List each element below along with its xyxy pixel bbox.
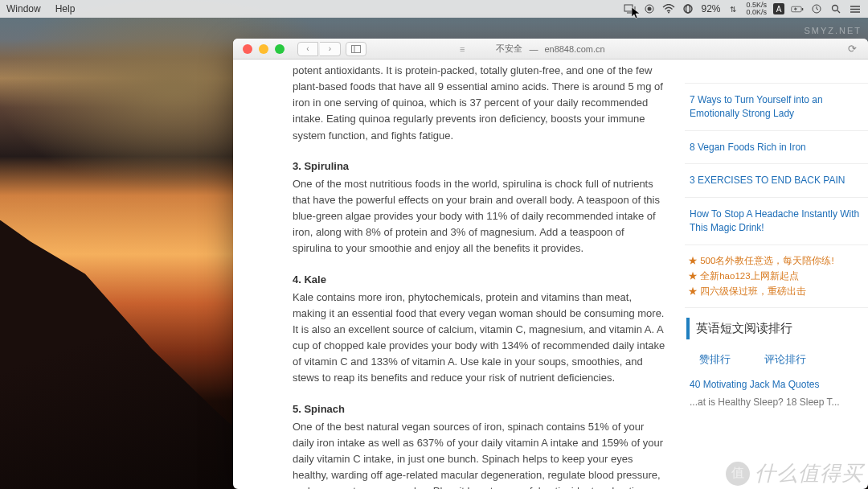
clock-icon[interactable] xyxy=(810,2,823,15)
sidebar-toggle-button[interactable] xyxy=(346,42,366,56)
menu-window[interactable]: Window xyxy=(6,3,41,14)
svg-rect-10 xyxy=(352,45,361,52)
close-button[interactable] xyxy=(243,44,252,54)
security-label: 不安全 xyxy=(496,43,522,55)
notification-center-icon[interactable] xyxy=(849,2,862,15)
svg-point-3 xyxy=(668,12,669,14)
minimize-button[interactable] xyxy=(259,44,268,54)
desktop-background: Window Help 92% ⇅ 0.5K/s0.0K/s A xyxy=(0,0,868,489)
tab-comments[interactable]: 评论排行 xyxy=(764,352,806,367)
url-host: en8848.com.cn xyxy=(544,44,604,54)
article-paragraph: potent antioxidants. It is protein-packe… xyxy=(293,63,665,144)
battery-icon[interactable] xyxy=(791,2,804,15)
article-paragraph: Kale contains more iron, phytochemicals,… xyxy=(293,290,665,387)
menubar: Window Help 92% ⇅ 0.5K/s0.0K/s A xyxy=(0,0,868,18)
section-heading: 5. Spinach xyxy=(293,401,665,417)
battery-percent: 92% xyxy=(701,3,720,14)
sidebar-link[interactable]: 3 EXERCISES TO END BACK PAIN xyxy=(685,164,868,198)
tab-likes[interactable]: 赞排行 xyxy=(699,352,731,367)
page-content: potent antioxidants. It is protein-packe… xyxy=(233,60,868,489)
promo-block: 500名外教任意选，每天陪你练! 全新hao123上网新起点 四六级保过班，重磅… xyxy=(685,245,868,308)
promo-link[interactable]: 500名外教任意选，每天陪你练! xyxy=(688,255,865,267)
article-body: potent antioxidants. It is protein-packe… xyxy=(233,60,682,489)
opera-vpn-icon[interactable] xyxy=(682,2,694,15)
svg-point-4 xyxy=(684,5,692,13)
article-paragraph: One of the best natural vegan sources of… xyxy=(293,419,665,489)
menu-help[interactable]: Help xyxy=(55,3,76,14)
wifi-icon[interactable] xyxy=(662,2,675,15)
watermark-badge-icon: 值 xyxy=(726,462,750,486)
sidebar-rank-link[interactable]: ...at is Healthy Sleep? 18 Sleep T... xyxy=(685,395,868,409)
svg-point-9 xyxy=(833,6,838,11)
svg-point-2 xyxy=(648,7,652,11)
reload-button[interactable]: ⟳ xyxy=(848,43,857,55)
image-watermark: 值 什么值得买 xyxy=(726,459,863,487)
sidebar-link[interactable]: How To Stop A Headache Instantly With Th… xyxy=(685,198,868,245)
promo-link[interactable]: 全新hao123上网新起点 xyxy=(688,270,865,282)
svg-rect-7 xyxy=(802,8,803,10)
svg-point-5 xyxy=(686,5,690,13)
watermark-site: SMYZ.NET xyxy=(804,26,862,35)
sidebar-section-heading: 英语短文阅读排行 xyxy=(686,318,866,339)
sidebar-rank-link[interactable]: 40 Motivating Jack Ma Quotes xyxy=(685,375,868,395)
screenshot-tool-icon[interactable] xyxy=(624,2,637,15)
reader-icon[interactable]: ≡ xyxy=(460,44,465,54)
sidebar-link[interactable]: 7 Ways to Turn Yourself into an Emotiona… xyxy=(685,84,868,131)
forward-button[interactable]: › xyxy=(320,42,341,56)
address-bar[interactable]: 不安全 — en8848.com.cn xyxy=(496,43,604,55)
titlebar: ‹ › ≡ 不安全 — en8848.com.cn ⟳ xyxy=(233,39,868,60)
back-button[interactable]: ‹ xyxy=(297,42,318,56)
section-heading: 4. Kale xyxy=(293,272,665,288)
article-paragraph: One of the most nutritious foods in the … xyxy=(293,176,665,257)
record-icon[interactable] xyxy=(643,2,656,15)
sidebar: 7 Ways to Turn Yourself into an Emotiona… xyxy=(682,60,868,489)
promo-link[interactable]: 四六级保过班，重磅出击 xyxy=(688,286,865,298)
spotlight-icon[interactable] xyxy=(829,2,842,15)
section-heading: 3. Spirulina xyxy=(293,158,665,175)
network-speed: 0.5K/s0.0K/s xyxy=(746,2,767,16)
safari-window: ‹ › ≡ 不安全 — en8848.com.cn ⟳ potent antio… xyxy=(233,39,868,489)
updown-arrows-icon: ⇅ xyxy=(727,2,739,15)
svg-rect-0 xyxy=(624,5,633,11)
sidebar-link[interactable]: 8 Vegan Foods Rich in Iron xyxy=(685,131,868,165)
input-method-icon[interactable]: A xyxy=(773,3,784,14)
zoom-button[interactable] xyxy=(275,44,285,54)
